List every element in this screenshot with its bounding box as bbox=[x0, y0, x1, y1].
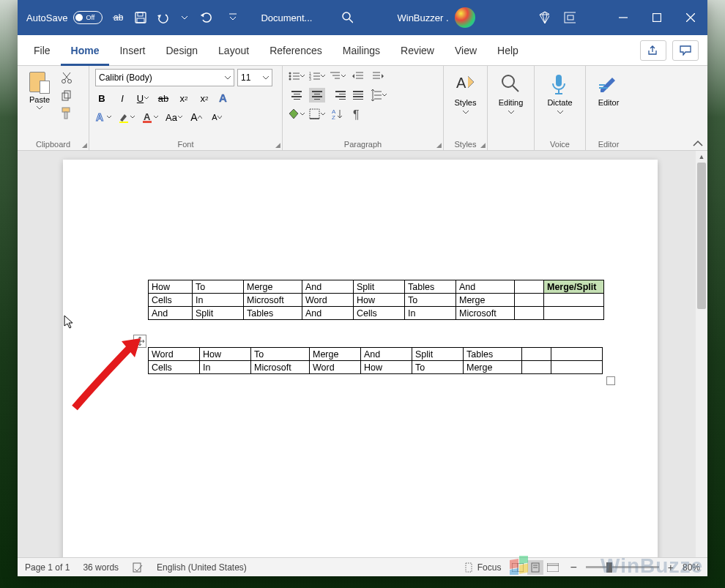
sort-button[interactable]: AZ bbox=[330, 107, 346, 122]
font-size-select[interactable]: 11 bbox=[237, 69, 272, 86]
table-cell[interactable]: Split bbox=[354, 280, 405, 294]
undo-icon[interactable] bbox=[157, 12, 168, 23]
table-cell[interactable] bbox=[551, 348, 603, 361]
tab-review[interactable]: Review bbox=[390, 35, 445, 66]
vertical-scrollbar[interactable]: ▲ bbox=[696, 151, 707, 557]
tab-layout[interactable]: Layout bbox=[208, 35, 259, 66]
tab-home[interactable]: Home bbox=[61, 35, 110, 66]
font-name-select[interactable]: Calibri (Body) bbox=[95, 69, 234, 86]
dictate-button[interactable]: Dictate bbox=[540, 69, 579, 114]
word-count[interactable]: 36 words bbox=[83, 562, 119, 573]
search-icon[interactable] bbox=[341, 12, 353, 23]
table-cell[interactable]: And bbox=[456, 280, 515, 294]
page[interactable]: HowToMergeAndSplitTablesAndMerge/SplitCe… bbox=[63, 160, 658, 557]
table-cell[interactable]: Tables bbox=[244, 307, 302, 320]
read-mode-button[interactable] bbox=[510, 560, 526, 575]
paragraph-dialog-launcher[interactable]: ◢ bbox=[436, 141, 442, 149]
undo-dropdown-icon[interactable] bbox=[179, 12, 190, 23]
table-cell[interactable]: In bbox=[193, 294, 244, 307]
comments-button[interactable] bbox=[672, 40, 699, 61]
table-cell[interactable]: Tables bbox=[464, 348, 522, 361]
decrease-indent-button[interactable] bbox=[350, 69, 366, 83]
table-cell[interactable]: Merge bbox=[464, 361, 522, 374]
table-cell[interactable]: Word bbox=[149, 348, 200, 361]
table-cell[interactable] bbox=[522, 361, 551, 374]
zoom-slider[interactable] bbox=[586, 566, 659, 568]
proofing-icon[interactable] bbox=[132, 562, 144, 573]
shading-button[interactable] bbox=[289, 107, 305, 122]
paste-button[interactable]: Paste bbox=[23, 69, 56, 110]
scroll-up-button[interactable]: ▲ bbox=[696, 151, 707, 163]
table-cell[interactable]: To bbox=[412, 361, 464, 374]
underline-button[interactable]: U bbox=[136, 91, 149, 105]
tab-insert[interactable]: Insert bbox=[109, 35, 155, 66]
table-cell[interactable] bbox=[544, 294, 604, 307]
clipboard-dialog-launcher[interactable]: ◢ bbox=[82, 141, 87, 149]
table-cell[interactable]: Microsoft bbox=[456, 307, 515, 320]
table-cell[interactable]: How bbox=[200, 348, 251, 361]
autosave-toggle[interactable]: Off bbox=[73, 11, 103, 24]
window-mode-icon[interactable] bbox=[564, 12, 576, 23]
align-right-button[interactable] bbox=[330, 88, 346, 103]
tab-file[interactable]: File bbox=[23, 35, 61, 66]
table-cell[interactable]: Microsoft bbox=[244, 294, 302, 307]
user-name[interactable]: WinBuzzer . bbox=[397, 12, 448, 23]
table-cell[interactable]: Microsoft bbox=[251, 361, 310, 374]
table-cell[interactable] bbox=[515, 280, 544, 294]
text-effects-button[interactable]: A bbox=[218, 91, 231, 105]
zoom-level[interactable]: 80% bbox=[683, 562, 700, 573]
numbering-button[interactable]: 123 bbox=[309, 69, 325, 83]
minimize-button[interactable] bbox=[606, 0, 640, 35]
page-status[interactable]: Page 1 of 1 bbox=[25, 562, 70, 573]
tab-help[interactable]: Help bbox=[487, 35, 529, 66]
table-cell[interactable]: Tables bbox=[405, 280, 456, 294]
multilevel-button[interactable] bbox=[330, 69, 346, 83]
table-cell[interactable]: Split bbox=[412, 348, 464, 361]
show-marks-button[interactable]: ¶ bbox=[350, 107, 366, 122]
table-cell[interactable]: Cells bbox=[354, 307, 405, 320]
table-cell[interactable]: To bbox=[405, 294, 456, 307]
highlight-button[interactable] bbox=[119, 110, 135, 124]
line-spacing-button[interactable] bbox=[371, 88, 387, 103]
print-layout-button[interactable] bbox=[527, 560, 543, 575]
close-button[interactable] bbox=[674, 0, 707, 35]
table-cell[interactable]: Merge/Split bbox=[544, 280, 604, 294]
save-icon[interactable] bbox=[135, 12, 146, 23]
table-resize-handle[interactable] bbox=[606, 376, 615, 385]
tab-references[interactable]: References bbox=[259, 35, 332, 66]
increase-indent-button[interactable] bbox=[371, 69, 387, 83]
table-2[interactable]: WordHowToMergeAndSplitTablesCellsInMicro… bbox=[148, 347, 603, 374]
table-cell[interactable]: And bbox=[361, 348, 412, 361]
shrink-font-button[interactable]: A bbox=[210, 110, 223, 124]
share-button[interactable] bbox=[640, 40, 666, 61]
strikethrough-button[interactable]: ab bbox=[157, 91, 170, 105]
scroll-thumb[interactable] bbox=[697, 163, 706, 309]
table-cell[interactable]: Cells bbox=[149, 294, 193, 307]
grow-font-button[interactable]: A bbox=[190, 110, 203, 124]
table-cell[interactable]: Word bbox=[302, 294, 354, 307]
align-left-button[interactable] bbox=[289, 88, 305, 103]
table-cell[interactable]: Word bbox=[310, 361, 361, 374]
styles-dialog-launcher[interactable]: ◢ bbox=[480, 141, 486, 149]
italic-button[interactable]: I bbox=[116, 91, 129, 105]
subscript-button[interactable]: x2 bbox=[177, 91, 190, 105]
diamond-icon[interactable] bbox=[538, 12, 549, 23]
change-case-button[interactable]: Aa bbox=[166, 110, 182, 124]
table-cell[interactable] bbox=[551, 361, 603, 374]
qat-customize-icon[interactable] bbox=[227, 12, 239, 23]
table-cell[interactable]: To bbox=[251, 348, 310, 361]
table-cell[interactable]: Cells bbox=[149, 361, 200, 374]
focus-mode[interactable]: Focus bbox=[463, 562, 502, 573]
table-cell[interactable]: In bbox=[200, 361, 251, 374]
styles-button[interactable]: A Styles bbox=[450, 69, 481, 114]
autosave-control[interactable]: AutoSave Off bbox=[26, 11, 103, 24]
table-cell[interactable] bbox=[522, 348, 551, 361]
table-cell[interactable] bbox=[544, 307, 604, 320]
text-effects-outline-button[interactable]: A bbox=[95, 110, 111, 124]
table-cell[interactable]: How bbox=[149, 280, 193, 294]
copy-icon[interactable] bbox=[60, 89, 73, 103]
font-color-button[interactable]: A bbox=[142, 110, 158, 124]
table-cell[interactable]: How bbox=[354, 294, 405, 307]
table-cell[interactable]: Merge bbox=[244, 280, 302, 294]
tab-design[interactable]: Design bbox=[155, 35, 208, 66]
